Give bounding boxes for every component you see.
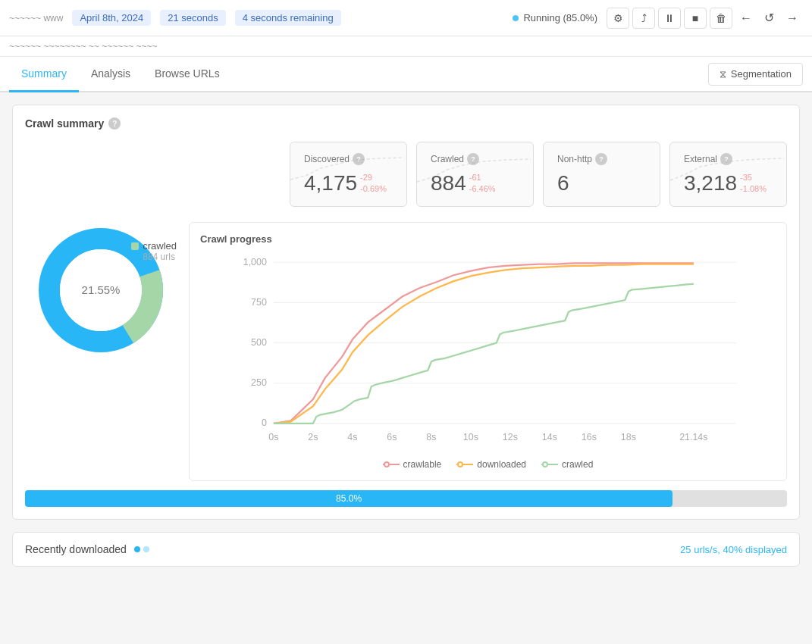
recently-downloaded-label: Recently downloaded [25, 543, 127, 555]
forward-button[interactable]: → [782, 8, 803, 28]
help-icon[interactable]: ? [108, 117, 121, 130]
svg-point-25 [384, 462, 389, 467]
loading-dots [134, 546, 149, 552]
header: ~~~~~~ www April 8th, 2024 21 seconds 4 … [0, 0, 812, 36]
svg-text:21.14s: 21.14s [679, 432, 707, 442]
stat-external: External ? 3,218 -35 -1.08% [669, 142, 787, 207]
back-button[interactable]: ← [735, 8, 757, 28]
delete-button[interactable]: 🗑 [710, 8, 732, 29]
segmentation-button[interactable]: ⧖ Segmentation [708, 63, 803, 86]
header-seconds: 21 seconds [160, 10, 226, 26]
legend-downloaded: downloaded [456, 459, 526, 470]
status-badge: Running (85.0%) [513, 12, 597, 23]
svg-text:4s: 4s [347, 432, 357, 442]
tab-summary[interactable]: Summary [9, 57, 79, 92]
progress-chart-title: Crawl progress [200, 233, 776, 245]
filter-icon: ⧖ [720, 68, 726, 80]
pause-button[interactable]: ⏸ [658, 8, 681, 29]
summary-body: 21.55% crawled 884 urls Crawl progress [25, 222, 787, 481]
segmentation-label: Segmentation [731, 68, 792, 80]
non-http-help-icon[interactable]: ? [595, 153, 607, 165]
svg-text:6s: 6s [387, 432, 397, 442]
svg-text:10s: 10s [463, 432, 478, 442]
legend-crawlable: crawlable [383, 459, 442, 470]
tab-browse-urls[interactable]: Browse URLs [143, 57, 232, 92]
stats-row: Discovered ? 4,175 -29 -0.69% Crawled [25, 142, 787, 207]
stat-crawled: Crawled ? 884 -61 -6.46% [416, 142, 534, 207]
progress-bar-container: 85.0% [25, 490, 787, 507]
svg-text:0s: 0s [268, 432, 278, 442]
donut-label: crawled 884 urls [131, 240, 177, 262]
donut-container: 21.55% crawled 884 urls [25, 222, 177, 358]
svg-text:14s: 14s [542, 432, 557, 442]
svg-text:8s: 8s [426, 432, 436, 442]
dot-2 [143, 546, 149, 552]
share-button[interactable]: ⤴ [632, 8, 655, 29]
card-title: Crawl summary ? [25, 117, 787, 130]
svg-text:500: 500 [251, 337, 267, 348]
tabs-bar: Summary Analysis Browse URLs ⧖ Segmentat… [0, 57, 812, 92]
svg-text:12s: 12s [503, 432, 518, 442]
svg-text:750: 750 [251, 297, 267, 308]
progress-bar-fill: 85.0% [25, 490, 672, 507]
stat-discovered: Discovered ? 4,175 -29 -0.69% [290, 142, 407, 207]
recently-downloaded-section: Recently downloaded 25 urls/s, 40% displ… [12, 532, 800, 567]
header-date: April 8th, 2024 [72, 10, 151, 26]
stat-non-http-value: 6 [557, 171, 646, 195]
progress-bar-text: 85.0% [336, 493, 362, 504]
chart-svg: 1,000 750 500 250 0 0s 2s 4s 6s 8s 10s 1… [200, 254, 776, 451]
progress-chart: Crawl progress 1,000 750 500 250 0 0s [189, 222, 787, 481]
svg-point-29 [543, 462, 547, 467]
header-remaining: 4 seconds remaining [235, 10, 341, 26]
svg-text:1,000: 1,000 [243, 257, 267, 267]
svg-text:2s: 2s [308, 432, 318, 442]
main-content: Crawl summary ? Discovered ? 4,175 -29 -… [0, 92, 812, 579]
chart-legend: crawlable downloaded crawled [200, 459, 776, 470]
dot-1 [134, 546, 140, 552]
donut-center-text: 21.55% [82, 283, 121, 296]
crawl-summary-card: Crawl summary ? Discovered ? 4,175 -29 -… [12, 105, 800, 520]
logo: ~~~~~~ www [9, 13, 63, 23]
recently-downloaded-stats[interactable]: 25 urls/s, 40% displayed [680, 544, 787, 555]
svg-text:16s: 16s [582, 432, 597, 442]
status-dot [513, 15, 519, 21]
recently-downloaded-left: Recently downloaded [25, 543, 149, 555]
subtitle: ~~~~~~ ~~~~~~~~ ~~ ~~~~~~ ~~~~ [0, 36, 812, 57]
stat-non-http-label: Non-http ? [557, 153, 646, 165]
status-text: Running (85.0%) [523, 12, 597, 23]
header-actions: ⚙ ⤴ ⏸ ■ 🗑 ← ↺ → [607, 8, 803, 29]
svg-point-27 [458, 462, 462, 467]
settings-button[interactable]: ⚙ [607, 8, 629, 29]
svg-text:250: 250 [251, 377, 267, 388]
svg-text:18s: 18s [621, 432, 636, 442]
legend-crawled: crawled [541, 459, 593, 470]
stat-non-http: Non-http ? 6 [543, 142, 660, 207]
svg-text:0: 0 [262, 417, 267, 428]
tab-analysis[interactable]: Analysis [79, 57, 143, 92]
history-button[interactable]: ↺ [760, 8, 779, 28]
stop-button[interactable]: ■ [684, 8, 707, 29]
